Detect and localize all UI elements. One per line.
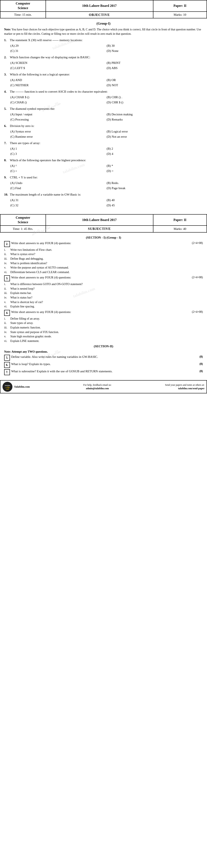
note2: Note: Attempt any TWO questions. <box>4 350 203 354</box>
q3-opt-c: (C) NEITHER <box>10 83 107 88</box>
q5-opt-a: (A) Input / output <box>10 112 107 117</box>
sq3-num-vi: vi. <box>4 305 10 309</box>
paper-label: Paper: II <box>153 0 207 11</box>
section1-title: (SECTION - I) (Group - I) <box>4 236 203 240</box>
sq4-part-v: v. State high resolution graphic mode. <box>4 335 203 339</box>
question-4: 4. The -------- function is used to conv… <box>4 90 203 105</box>
footer-sendurl: talabilm.com/send-paper <box>165 387 205 390</box>
q3-opt-a: (A) AND <box>10 78 107 83</box>
group-title: (Group-I) <box>4 21 203 26</box>
svg-text:طالب: طالب <box>5 386 10 389</box>
board2-label: 10th Lahore Board 2017 <box>46 214 153 226</box>
sq3-num-i: i. <box>4 282 10 286</box>
q2-text: Which function changes the way of displa… <box>10 56 90 59</box>
marks2-label: Marks: 40 <box>153 225 207 232</box>
sq2-text-vi: Differentiate between CLS and CLEAR comm… <box>10 270 203 274</box>
sq2-num-iv: iv. <box>4 261 10 266</box>
sq2-text-iv: What is problem identification? <box>10 261 203 266</box>
sq5-text: Define variable. Also write rules for na… <box>11 355 198 359</box>
logo-icon: Talabilm طالب العلم <box>2 382 12 392</box>
sq3-part-v: v. What is shortcut key of cut? <box>4 300 203 304</box>
footer-sendtext: Send your papers and notes at others at: <box>165 383 205 387</box>
sq3-num-iii: iii. <box>4 291 10 295</box>
sq4-part-iv: iv. State syntax and purpose of FIX func… <box>4 330 203 334</box>
sq3-text-v: What is shortcut key of cut? <box>10 300 203 304</box>
question-5: 5. The diamond symbol represents the: (A… <box>4 107 203 122</box>
q7-num: 7. <box>4 141 9 145</box>
q6-opt-d: (D) Not an error <box>107 134 203 139</box>
q3-text: Which of the following is not a logical … <box>10 73 70 76</box>
sq4-text-i: Define filling of an array. <box>10 317 203 321</box>
q7-opt-a: (A) 1 <box>10 146 107 151</box>
q4-opt-c: (C) CHAR () <box>10 100 107 105</box>
q1-opt-d: (D) None <box>107 49 203 54</box>
sq3-num-iv: iv. <box>4 296 10 300</box>
section2-title: (SECTION-II) <box>4 344 203 348</box>
sq7-num: 7. <box>4 369 10 375</box>
sq2-part-iv: iv. What is problem identification? <box>4 261 203 266</box>
subjective-q4: 4. Write short answers to any FOUR (4) q… <box>4 310 203 343</box>
q4-options: (A) CHAR $ () (B) CHR () . (C) CHAR () (… <box>10 95 203 105</box>
subjective-q5: 5. Define variable. Also write rules for… <box>4 355 203 361</box>
q7-opt-d: (D) 4 <box>107 151 203 156</box>
q8-opt-d: (D) = <box>107 168 203 174</box>
q8-opt-a: (A) ^ <box>10 163 107 168</box>
sq2-text-v: Write the purpose and syntax of AUTO com… <box>10 266 203 270</box>
svg-text:Talabilm: Talabilm <box>5 385 10 386</box>
q6-opt-a: (A) Syntax error <box>10 129 107 134</box>
sq4-num: 4. <box>4 310 10 316</box>
subject2-label: Computer Science <box>0 214 46 226</box>
sq2-num-i: i. <box>4 248 10 252</box>
sq4-text-ii: State types of array. <box>10 321 203 325</box>
sq4-num-v: v. <box>4 335 10 339</box>
question-8: 8. Which of the following operators has … <box>4 158 203 174</box>
q5-text: The diamond symbol represents the: <box>10 107 55 111</box>
sq4-num-i: i. <box>4 317 10 321</box>
q8-num: 8. <box>4 158 9 162</box>
sq3-text-iii: Explain menu bar. <box>10 291 203 295</box>
q1-opt-b: (B) 30 <box>107 43 203 49</box>
question-3: 3. Which of the following is not a logic… <box>4 72 203 88</box>
sq4-num-ii: ii. <box>4 321 10 325</box>
time2-label: Time: 1: 45 Hrs. <box>0 225 46 232</box>
q6-text: Division by zero is: <box>10 124 34 128</box>
q6-opt-b: (B) Logical error <box>107 129 203 134</box>
sq4-instruction: Write short answers to any FOUR (4) ques… <box>11 310 190 314</box>
sq2-text-ii: What is syntax error? <box>10 252 203 256</box>
q10-num: 10. <box>4 192 9 197</box>
q7-opt-b: (B) 2 <box>107 146 203 151</box>
q5-num: 5. <box>4 107 9 111</box>
sq7-marks: (8) <box>200 369 203 373</box>
sq3-text-iv: What is status bar? <box>10 296 203 300</box>
question-2: 2. Which function changes the way of dis… <box>4 55 203 71</box>
note-label: Note: <box>4 28 11 31</box>
q9-opt-c: (C) Find <box>10 186 107 191</box>
q1-opt-a: (A) 29 <box>10 43 107 49</box>
q9-opt-a: (A) Undo <box>10 181 107 186</box>
question-9: 9. CTRL + Y is used for: (A) Undo (B) Re… <box>4 175 203 191</box>
q5-opt-c: (C) Processing <box>10 117 107 122</box>
sq2-marks: (2×4=08) <box>192 241 203 245</box>
sq4-part-ii: ii. State types of array. <box>4 321 203 325</box>
q9-options: (A) Undo (B) Redo. (C) Find (D) Page bre… <box>10 181 203 191</box>
marks-label: Marks: 10 <box>153 11 207 18</box>
objective-header: Computer Science 10th Lahore Board 2017 … <box>0 0 207 19</box>
sq2-instruction: Write short answers to any FOUR (4) ques… <box>11 241 190 245</box>
sq4-num-iv: iv. <box>4 330 10 334</box>
question-1: 1. The statement X (30) will reserve ---… <box>4 38 203 54</box>
q2-options: (A) SCREEN (B) PRINT (C) LEFT $ (D) ABS <box>10 60 203 71</box>
q3-opt-d: (D) NOT <box>107 83 203 88</box>
sq3-instruction: Write short answers to any FOUR (4) ques… <box>11 275 190 280</box>
subjective-q6: 6. What is loop? Explain its types. (8) <box>4 362 203 368</box>
svg-text:العلم: العلم <box>6 389 9 390</box>
subjective-label: SUBJECTIVE <box>46 225 153 232</box>
footer-email: admin@talabilm.com <box>83 387 111 390</box>
q2-opt-d: (D) ABS <box>107 65 203 71</box>
sq3-text-ii: What is nested loop? <box>10 287 203 291</box>
footer-left: Talabilm طالب العلم Talabilm.com <box>2 382 30 392</box>
sq2-text-iii: Define Bugs and debugging. <box>10 257 203 261</box>
q9-opt-d: (D) Page break <box>107 186 203 191</box>
q8-options: (A) ^ (B) * (C) + (D) = <box>10 163 203 174</box>
q4-opt-d: (D) CHR $ () <box>107 100 203 105</box>
sq3-num: 3. <box>4 275 10 281</box>
